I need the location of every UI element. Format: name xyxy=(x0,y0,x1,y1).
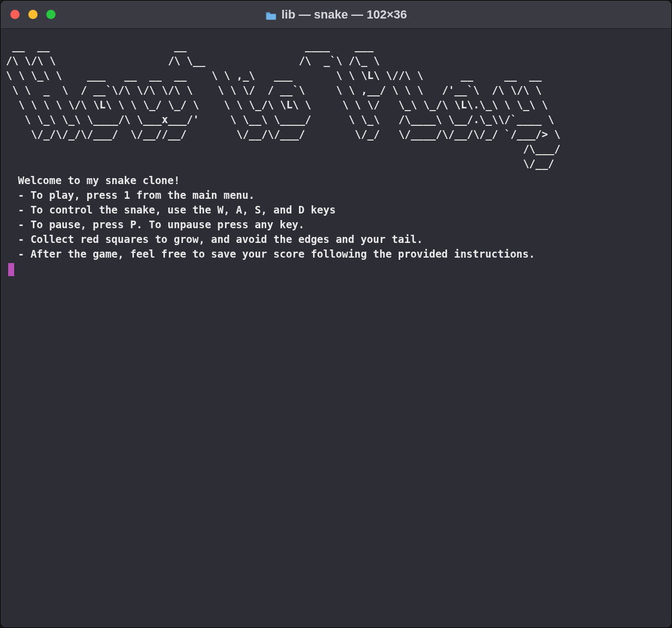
instruction-line: - To control the snake, use the W, A, S,… xyxy=(18,203,666,217)
titlebar[interactable]: lib — snake — 102×36 xyxy=(1,1,671,29)
welcome-line: Welcome to my snake clone! xyxy=(18,173,666,188)
traffic-lights xyxy=(10,10,56,19)
window-title-text: lib — snake — 102×36 xyxy=(282,8,407,22)
ascii-art-banner: __ __ __ ____ ___ /\ \/\ \ /\ \__ /\ _`\… xyxy=(6,39,666,171)
terminal-cursor xyxy=(8,263,14,276)
close-button[interactable] xyxy=(10,10,20,19)
terminal-body[interactable]: __ __ __ ____ ___ /\ \/\ \ /\ \__ /\ _`\… xyxy=(1,29,671,627)
terminal-window: lib — snake — 102×36 __ __ __ ____ ___ /… xyxy=(0,0,672,628)
minimize-button[interactable] xyxy=(28,10,38,19)
instruction-line: - To pause, press P. To unpause press an… xyxy=(18,217,666,232)
instruction-line: - Collect red squares to grow, and avoid… xyxy=(18,232,666,247)
instructions-block: Welcome to my snake clone! - To play, pr… xyxy=(6,173,666,261)
instruction-line: - To play, press 1 from the main menu. xyxy=(18,188,666,203)
folder-icon xyxy=(265,10,277,20)
instruction-line: - After the game, feel free to save your… xyxy=(18,247,666,261)
maximize-button[interactable] xyxy=(46,10,56,19)
window-title: lib — snake — 102×36 xyxy=(265,8,407,22)
